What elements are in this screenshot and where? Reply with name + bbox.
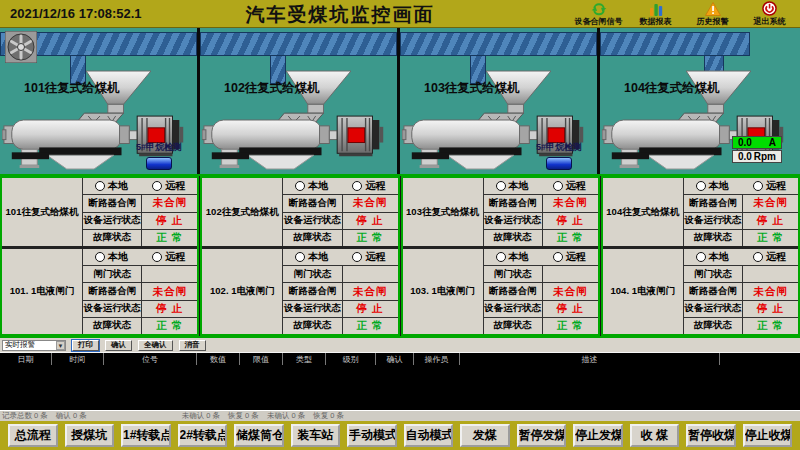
radio-icon[interactable] — [95, 252, 105, 262]
nav-button[interactable]: 停止收煤 — [743, 424, 793, 447]
device-close-signal-button[interactable]: 设备合闸信号 — [570, 0, 627, 28]
field-label: 故障状态 — [83, 318, 142, 334]
valve-status-label: 101. 1电液闸门 — [2, 249, 82, 334]
remote-mode-radio[interactable]: 远程 — [753, 250, 786, 264]
nav-button[interactable]: 2#转载点 — [178, 424, 228, 447]
header-button-label: 数据报表 — [640, 16, 672, 27]
remote-label: 远程 — [165, 179, 185, 193]
run-status-row: 设备运行状态 停 止 — [283, 300, 397, 317]
mute-button[interactable]: 消音 — [179, 340, 206, 351]
equipment-label: 102往复式给煤机 — [224, 80, 320, 97]
radio-icon[interactable] — [753, 252, 763, 262]
exit-system-button[interactable]: 退出系统 — [741, 0, 798, 28]
remote-mode-radio[interactable]: 远程 — [152, 250, 185, 264]
alarm-filter-value: 实时报警 — [5, 340, 35, 350]
nav-button[interactable]: 暂停发煤 — [517, 424, 567, 447]
nav-button[interactable]: 暂停收煤 — [686, 424, 736, 447]
field-label: 故障状态 — [283, 230, 342, 246]
local-mode-radio[interactable]: 本地 — [696, 250, 729, 264]
header-buttons: 设备合闸信号 数据报表 历史报警 — [570, 0, 798, 28]
local-label: 本地 — [108, 179, 128, 193]
status-value — [142, 266, 197, 282]
alarm-column-header: 数值 — [197, 353, 240, 365]
radio-icon[interactable] — [753, 181, 763, 191]
valve-status-block: 101. 1电液闸门 本地 远程 闸门状态 断 — [2, 249, 197, 334]
status-value: 未合闸 — [543, 195, 598, 211]
remote-label: 远程 — [165, 250, 185, 264]
fault-status-row: 故障状态 正 常 — [484, 229, 598, 246]
fault-status-row: 故障状态 正 常 — [684, 229, 798, 246]
speed-value: 0.0 — [738, 151, 752, 162]
field-label: 设备运行状态 — [484, 213, 543, 229]
ack-button[interactable]: 确认 — [105, 340, 132, 351]
local-mode-radio[interactable]: 本地 — [696, 179, 729, 193]
status-value: 停 止 — [343, 213, 398, 229]
field-label: 故障状态 — [484, 230, 543, 246]
remote-mode-radio[interactable]: 远程 — [753, 179, 786, 193]
radio-icon[interactable] — [95, 181, 105, 191]
remote-mode-radio[interactable]: 远程 — [352, 250, 385, 264]
breaker-status-row: 断路器合闸 未合闸 — [484, 194, 598, 211]
radio-icon[interactable] — [696, 181, 706, 191]
radio-icon[interactable] — [295, 181, 305, 191]
remote-mode-radio[interactable]: 远程 — [352, 179, 385, 193]
data-report-button[interactable]: 数据报表 — [627, 0, 684, 28]
radio-icon[interactable] — [553, 181, 563, 191]
nav-button[interactable]: 授煤坑 — [65, 424, 115, 447]
radio-icon[interactable] — [152, 252, 162, 262]
history-alarm-button[interactable]: 历史报警 — [684, 0, 741, 28]
remote-label: 远程 — [566, 250, 586, 264]
feeder-status-label: 103往复式给煤机 — [403, 178, 483, 246]
local-mode-radio[interactable]: 本地 — [496, 250, 529, 264]
nav-button[interactable]: 收 煤 — [630, 424, 680, 447]
remote-mode-radio[interactable]: 远程 — [152, 179, 185, 193]
status-value: 停 止 — [743, 213, 798, 229]
radio-icon[interactable] — [352, 181, 362, 191]
status-value: 停 止 — [343, 301, 398, 317]
fault-status-row: 故障状态 正 常 — [83, 317, 197, 334]
radio-icon[interactable] — [553, 252, 563, 262]
remote-mode-radio[interactable]: 远程 — [553, 250, 586, 264]
radio-icon[interactable] — [696, 252, 706, 262]
nav-button[interactable]: 总流程 — [8, 424, 58, 447]
field-label: 断路器合闸 — [283, 195, 342, 211]
nav-button[interactable]: 储煤筒仓 — [234, 424, 284, 447]
valve-status-table: 本地 远程 闸门状态 断路器合闸 未合闸 设备运行状态 — [683, 249, 798, 334]
nav-button[interactable]: 发煤 — [460, 424, 510, 447]
status-value: 停 止 — [142, 301, 197, 317]
nav-button[interactable]: 装车站 — [291, 424, 341, 447]
gate-status-row: 闸门状态 — [283, 265, 397, 282]
alarm-column-header: 描述 — [460, 353, 720, 365]
radio-icon[interactable] — [152, 181, 162, 191]
alarm-table-header: 日期时间位号数值限值类型级别确认操作员描述 — [0, 353, 800, 365]
local-mode-radio[interactable]: 本地 — [95, 250, 128, 264]
local-mode-radio[interactable]: 本地 — [295, 250, 328, 264]
methane-label: 5#甲烷检测 — [527, 141, 591, 154]
status-value — [343, 266, 398, 282]
local-mode-radio[interactable]: 本地 — [95, 179, 128, 193]
nav-button[interactable]: 停止发煤 — [573, 424, 623, 447]
feeder-status-table: 本地 远程 断路器合闸 未合闸 设备运行状态 停 止 故障状态 — [683, 178, 798, 246]
nav-button[interactable]: 自动模式 — [404, 424, 454, 447]
radio-icon[interactable] — [496, 181, 506, 191]
local-mode-radio[interactable]: 本地 — [295, 179, 328, 193]
radio-icon[interactable] — [295, 252, 305, 262]
field-label: 断路器合闸 — [484, 283, 543, 299]
status-value: 正 常 — [142, 318, 197, 334]
nav-button[interactable]: 手动模式 — [347, 424, 397, 447]
fault-status-row: 故障状态 正 常 — [484, 317, 598, 334]
radio-icon[interactable] — [352, 252, 362, 262]
field-label: 故障状态 — [283, 318, 342, 334]
ack-all-button[interactable]: 全确认 — [138, 340, 173, 351]
remote-mode-radio[interactable]: 远程 — [553, 179, 586, 193]
status-value: 停 止 — [543, 213, 598, 229]
equipment-label: 104往复式给煤机 — [624, 80, 720, 97]
alarm-filter-select[interactable]: 实时报警 ▼ — [2, 340, 66, 351]
nav-button[interactable]: 1#转载点 — [121, 424, 171, 447]
mode-select-row: 本地 远程 — [83, 178, 197, 194]
breaker-status-row: 断路器合闸 未合闸 — [484, 282, 598, 299]
local-mode-radio[interactable]: 本地 — [496, 179, 529, 193]
equipment-panel: 104往复式给煤机 — [600, 28, 800, 174]
print-button[interactable]: 打印 — [72, 340, 99, 351]
radio-icon[interactable] — [496, 252, 506, 262]
